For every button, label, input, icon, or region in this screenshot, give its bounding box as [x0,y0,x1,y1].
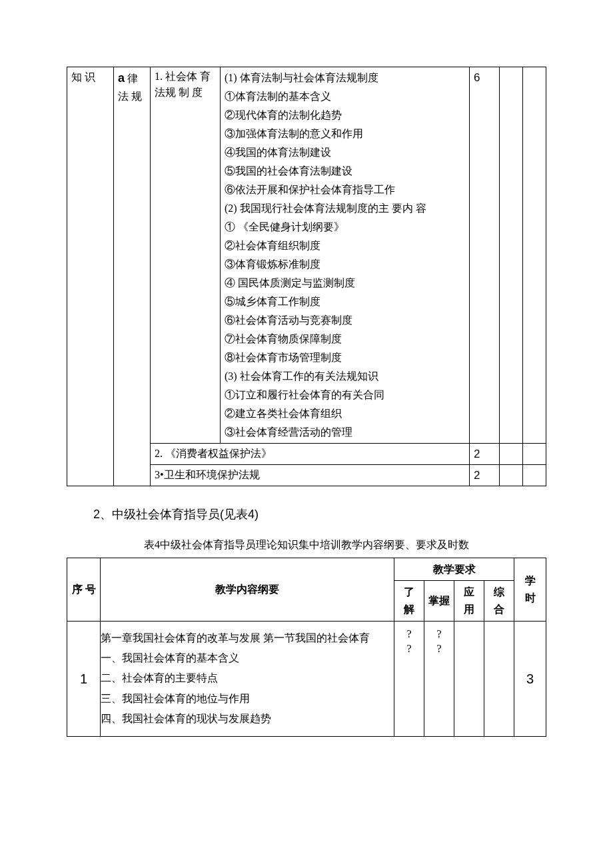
cell-liaojie: ?? [394,621,424,736]
table4: 序 号 教学内容纲要 教学要求 学 时 了 解 掌握 应 用 综 合 1 第一章… [67,558,546,737]
cell-xueshi: 3 [514,621,546,736]
cell-c7 [523,67,546,444]
cell-col2: a 律 法 规 [114,67,151,486]
table4-caption: 表4中级社会体育指导员理论知识集中培训教学内容纲要、要求及时数 [67,536,546,554]
cell-c6 [500,67,523,444]
cell-c5: 2 [470,465,500,486]
cell-yingyong [454,621,484,736]
cell-outline: 第一章我国社会体育的改革与发展 第一节我国的社会体育一、我国社会体育的基本含义二… [101,621,394,736]
cell-zonghe [484,621,514,736]
cell-c5: 6 [470,67,500,444]
th-req-group: 教学要求 [394,558,514,581]
cell-c4: (1) 体育法制与社会体育法规制度①体育法制的基本含义②现代体育的法制化趋势③加… [221,67,470,444]
table-legal-knowledge: 知 识 a 律 法 规 1. 社会体 育法规 制 度 (1) 体育法制与社会体育… [67,67,546,486]
cell-c6 [500,444,523,465]
cell-c3: 1. 社会体 育法规 制 度 [151,67,221,444]
section-heading: 2、中级社会体育指导员(见表4) [93,505,546,524]
th-zonghe: 综 合 [484,581,514,621]
cell-zhangwo: ?? [424,621,454,736]
th-zhangwo: 掌握 [424,581,454,621]
table-row: 知 识 a 律 法 规 1. 社会体 育法规 制 度 (1) 体育法制与社会体育… [67,67,546,444]
cell-c7 [523,444,546,465]
cell-no: 1 [67,621,101,736]
cell-c7 [523,465,546,486]
th-xu: 序 号 [67,558,101,621]
th-outline: 教学内容纲要 [101,558,394,621]
cell-c3: 3•卫生和环境保护法规 [151,465,470,486]
cell-c5: 2 [470,444,500,465]
table-row: 1 第一章我国社会体育的改革与发展 第一节我国的社会体育一、我国社会体育的基本含… [67,621,546,736]
th-liaojie: 了 解 [394,581,424,621]
cell-col1: 知 识 [67,67,114,486]
th-xueshi: 学 时 [514,558,546,621]
table-header-row: 序 号 教学内容纲要 教学要求 学 时 [67,558,546,581]
cell-c3: 2. 《消费者权益保护法》 [151,444,470,465]
cell-c6 [500,465,523,486]
bold-letter: a [118,71,125,85]
th-yingyong: 应 用 [454,581,484,621]
